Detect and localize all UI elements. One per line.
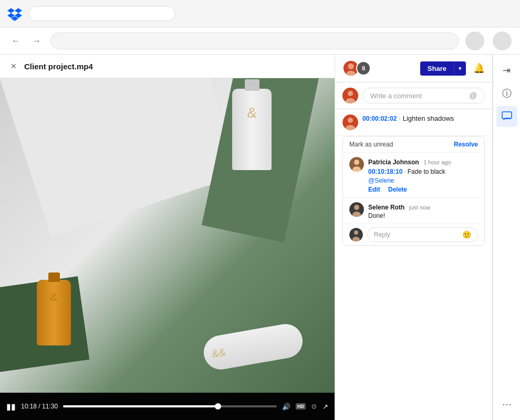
at-icon: @: [470, 91, 477, 100]
comment-user-avatar: [342, 88, 358, 103]
video-container: & & && ▮▮ 10:18 / 11:30: [0, 78, 335, 420]
top-comment-item: 00:00:02:02 · Lighten shadows: [335, 109, 492, 136]
top-comment-timestamp[interactable]: 00:00:02:02: [362, 115, 397, 122]
browser-address-bar[interactable]: [28, 6, 175, 21]
reply-input[interactable]: Reply 🙂: [367, 227, 478, 242]
patricia-header: Patricia Johnson 1 hour ago: [368, 157, 478, 166]
patricia-avatar: [349, 157, 364, 172]
progress-fill: [63, 405, 221, 407]
patricia-time: 1 hour ago: [423, 159, 451, 165]
thread-box: Mark as unread Resolve Patricia Johnson …: [342, 136, 485, 246]
svg-point-4: [348, 91, 353, 96]
share-btn-group: Share ▾: [420, 61, 466, 76]
svg-point-10: [354, 160, 359, 165]
svg-point-1: [348, 64, 353, 69]
dropbox-logo: [6, 5, 23, 22]
comments-icon-btn[interactable]: [496, 106, 517, 127]
bottle-tube-logo: &&: [211, 345, 226, 360]
share-dropdown-button[interactable]: ▾: [454, 61, 466, 76]
selene-body: Selene Roth just now Done!: [368, 202, 478, 219]
selene-avatar: [349, 202, 364, 217]
selene-message: Done!: [368, 212, 478, 219]
top-comment-body: 00:00:02:02 · Lighten shadows: [362, 114, 454, 130]
scene: & & &&: [0, 78, 335, 393]
top-comment-header: 00:00:02:02 · Lighten shadows: [362, 114, 454, 122]
reply-area: Reply 🙂: [343, 224, 484, 245]
comment-input[interactable]: Write a comment @: [362, 88, 485, 103]
volume-button[interactable]: 🔊: [282, 403, 290, 411]
video-panel: ✕ Client project.mp4: [0, 55, 335, 420]
comments-icon: [502, 111, 512, 122]
progress-bar[interactable]: [63, 405, 277, 407]
bottle-logo: &: [247, 104, 257, 121]
thread-header: Mark as unread Resolve: [343, 136, 484, 152]
fullscreen-button[interactable]: ↗: [323, 403, 328, 411]
delete-button[interactable]: Delete: [388, 186, 407, 193]
comment-placeholder: Write a comment: [370, 92, 422, 100]
mark-unread-label: Mark as unread: [349, 141, 393, 148]
pause-button[interactable]: ▮▮: [6, 402, 16, 412]
video-controls: ▮▮ 10:18 / 11:30 🔊 HD ⚙ ↗: [0, 393, 335, 420]
more-options-btn[interactable]: ⋯: [496, 394, 517, 415]
settings-button[interactable]: ⚙: [311, 403, 317, 411]
thread-dot: ·: [404, 168, 405, 175]
hd-badge: HD: [296, 403, 306, 410]
selene-name: Selene Roth: [368, 204, 404, 211]
comments-header: 8 Share ▾ 🔔: [335, 55, 492, 82]
top-comment-avatar: [342, 114, 358, 130]
emoji-icon: 🙂: [462, 230, 471, 239]
thread-mention: @Selene: [368, 175, 478, 185]
avatar-count: 8: [356, 61, 371, 76]
top-comment-dot: ·: [399, 115, 400, 122]
edit-button[interactable]: Edit: [368, 186, 380, 193]
top-comment-text: Lighten shadows: [403, 114, 454, 122]
bottle-orange-cap: [48, 272, 60, 282]
forward-button[interactable]: →: [29, 34, 44, 48]
patricia-name: Patricia Johnson: [368, 159, 419, 166]
avatar-group: 8: [342, 60, 371, 77]
info-icon-btn[interactable]: ⓘ: [496, 83, 517, 104]
nav-circle-2: [493, 32, 512, 50]
thread-comment-patricia: Patricia Johnson 1 hour ago 00:10:18:10 …: [343, 152, 484, 197]
comments-panel: 8 Share ▾ 🔔 Write a comment @: [335, 55, 493, 420]
action-separator: ·: [383, 186, 385, 193]
profile-circle: [465, 32, 484, 50]
expand-icon: ⇥: [503, 65, 511, 76]
more-icon: ⋯: [502, 398, 512, 410]
svg-rect-18: [502, 112, 512, 119]
video-thumbnail: & & &&: [0, 78, 335, 393]
patricia-comment-line: 00:10:18:10 · Fade to black: [368, 167, 478, 175]
right-sidebar: ⇥ ⓘ ⋯: [493, 55, 520, 420]
bottle-orange-logo: &: [50, 290, 58, 304]
patricia-body: Patricia Johnson 1 hour ago 00:10:18:10 …: [368, 157, 478, 193]
browser-chrome: [0, 0, 520, 27]
bottle-tall-white: &: [232, 89, 272, 170]
main-content: ✕ Client project.mp4: [0, 55, 520, 420]
reply-placeholder: Reply: [374, 231, 390, 238]
selene-header: Selene Roth just now: [368, 202, 478, 212]
video-title: Client project.mp4: [24, 62, 93, 71]
time-display: 10:18 / 11:30: [21, 403, 58, 410]
bottle-cap: [245, 79, 259, 91]
video-header: ✕ Client project.mp4: [0, 55, 335, 78]
share-button[interactable]: Share: [420, 61, 454, 76]
back-button[interactable]: ←: [8, 34, 23, 48]
close-button[interactable]: ✕: [8, 61, 19, 71]
info-icon: ⓘ: [502, 87, 512, 100]
expand-icon-btn[interactable]: ⇥: [496, 60, 517, 81]
reply-avatar: [349, 228, 363, 242]
thread-reply-selene: Selene Roth just now Done!: [343, 197, 484, 224]
nav-bar: ← →: [0, 27, 520, 55]
thread-message: Fade to black: [408, 168, 445, 175]
bell-button[interactable]: 🔔: [473, 62, 485, 74]
resolve-button[interactable]: Resolve: [454, 141, 478, 148]
thread-actions: Edit · Delete: [368, 186, 478, 193]
svg-point-7: [348, 118, 353, 123]
mention-selene: @Selene: [368, 177, 394, 184]
url-bar[interactable]: [50, 33, 459, 49]
selene-time: just now: [409, 204, 430, 211]
thread-timestamp[interactable]: 00:10:18:10: [368, 168, 402, 175]
svg-point-13: [354, 205, 359, 210]
progress-thumb: [215, 403, 221, 410]
svg-point-16: [354, 230, 358, 235]
